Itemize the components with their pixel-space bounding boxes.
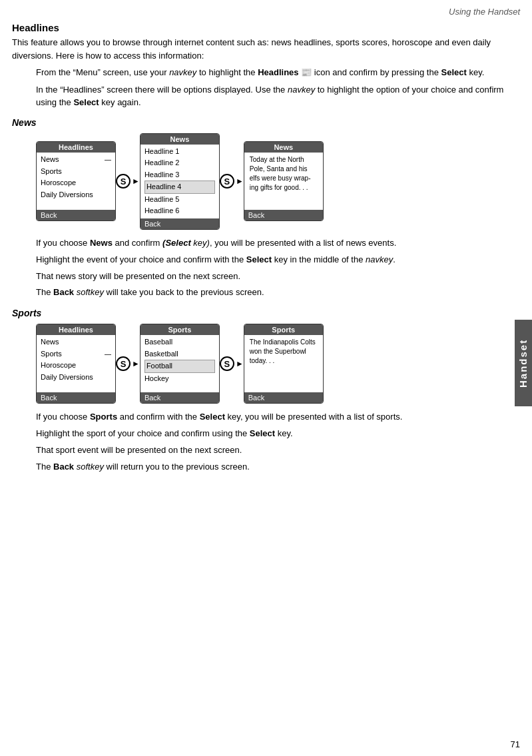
sports-phone3-body: The Indianapolis Colts won the Superbowl… xyxy=(244,335,323,392)
news-para4: The Back softkey will take you back to t… xyxy=(36,286,520,300)
news-phone1-item-sports: Sports xyxy=(41,166,111,178)
news-phone2-h6: Headline 6 xyxy=(144,205,215,217)
news-phone3-footer: Back xyxy=(244,210,323,220)
news-phone2-footer: Back xyxy=(140,218,219,229)
sports-para2: Highlight the sport of your choice and c… xyxy=(36,427,520,441)
news-phone1-header: Headlines xyxy=(37,142,115,153)
sports-phone1-item-news: News xyxy=(41,336,111,348)
headlines-bullet2: In the “Headlines” screen there will be … xyxy=(36,83,520,109)
sports-phone1-item-sports: Sports xyxy=(41,348,111,360)
news-section-label: News xyxy=(12,117,520,128)
sports-phone2-hockey: Hockey xyxy=(144,373,215,385)
sports-phone2-header: Sports xyxy=(140,324,219,335)
sports-phone1-item-horoscope: Horoscope xyxy=(41,360,111,372)
sports-phone2-body: Baseball Basketball Football Hockey xyxy=(140,335,219,392)
news-arrow2: S xyxy=(220,174,244,189)
news-phone1-item-diversions: Daily Diversions xyxy=(41,189,111,201)
news-arrow-line2 xyxy=(236,177,244,186)
news-phone2-body: Headline 1 Headline 2 Headline 3 Headlin… xyxy=(140,145,219,219)
news-body-paragraphs: If you choose News and confirm (Select k… xyxy=(36,236,520,300)
headlines-bullet1: From the “Menu” screen, use your navkey … xyxy=(36,66,520,79)
news-phone1-item-horoscope: Horoscope xyxy=(41,177,111,189)
sports-phone2-baseball: Baseball xyxy=(144,336,215,348)
news-phone2-h2: Headline 2 xyxy=(144,157,215,169)
sports-phone2: Sports Baseball Basketball Football Hock… xyxy=(140,324,220,404)
news-phone2-header: News xyxy=(140,134,219,145)
news-arrow-line1 xyxy=(132,177,140,186)
sports-phone2-football: Football xyxy=(144,360,215,373)
news-select-icon2: S xyxy=(220,174,234,189)
news-para2: Highlight the event of your choice and c… xyxy=(36,253,520,267)
news-phone2-h5: Headline 5 xyxy=(144,194,215,206)
sports-arrow-line1 xyxy=(132,359,140,368)
sports-phone2-basketball: Basketball xyxy=(144,348,215,360)
news-phone1: Headlines News Sports Horoscope Daily Di… xyxy=(36,141,116,221)
sports-phone3-footer: Back xyxy=(244,392,323,403)
news-phone3-header: News xyxy=(244,142,323,153)
sports-story-text: The Indianapolis Colts won the Superbowl… xyxy=(248,336,319,367)
news-phone1-footer: Back xyxy=(37,210,115,220)
sports-diagram-row: Headlines News Sports Horoscope Daily Di… xyxy=(36,324,520,404)
page-number: 71 xyxy=(511,739,520,749)
news-para1: If you choose News and confirm (Select k… xyxy=(36,236,520,250)
sports-phone3-header: Sports xyxy=(244,324,323,335)
news-phone3: News Today at the North Pole, Santa and … xyxy=(244,141,324,221)
sports-section-label: Sports xyxy=(12,308,520,318)
sports-phone3: Sports The Indianapolis Colts won the Su… xyxy=(244,324,324,404)
news-phone2-h3: Headline 3 xyxy=(144,169,215,181)
news-story-text: Today at the North Pole, Santa and his e… xyxy=(248,154,319,194)
page-header: Using the Handset xyxy=(12,7,520,17)
news-para3: That news story will be presented on the… xyxy=(36,270,520,284)
sports-para4: The Back softkey will return you to the … xyxy=(36,460,520,474)
sports-arrow1: S xyxy=(116,356,140,371)
news-phone2-h1: Headline 1 xyxy=(144,146,215,158)
sports-phone1: Headlines News Sports Horoscope Daily Di… xyxy=(36,324,116,404)
sports-para3: That sport event will be presented on th… xyxy=(36,444,520,458)
sports-phone1-body: News Sports Horoscope Daily Diversions xyxy=(37,335,115,392)
sports-arrow2: S xyxy=(220,356,244,371)
news-phone1-body: News Sports Horoscope Daily Diversions xyxy=(37,153,115,210)
news-phone3-body: Today at the North Pole, Santa and his e… xyxy=(244,153,323,210)
sports-select-icon1: S xyxy=(116,356,131,371)
news-arrow1: S xyxy=(116,174,140,189)
news-select-icon1: S xyxy=(116,174,131,189)
sports-para1: If you choose Sports and confirm with th… xyxy=(36,410,520,424)
news-phone2-h4: Headline 4 xyxy=(144,181,215,194)
sports-phone1-footer: Back xyxy=(37,392,115,403)
news-phone2: News Headline 1 Headline 2 Headline 3 He… xyxy=(140,133,220,230)
sports-phone2-footer: Back xyxy=(140,392,219,403)
headlines-intro: This feature allows you to browse throug… xyxy=(12,36,520,62)
sports-arrow-line2 xyxy=(236,359,244,368)
news-diagram-row: Headlines News Sports Horoscope Daily Di… xyxy=(36,133,520,230)
headlines-bullet1-block: From the “Menu” screen, use your navkey … xyxy=(36,66,520,109)
news-phone1-item-news: News xyxy=(41,154,111,166)
sports-phone1-item-diversions: Daily Diversions xyxy=(41,372,111,384)
sports-select-icon2: S xyxy=(220,356,234,371)
sports-phone1-header: Headlines xyxy=(37,324,115,335)
headlines-title: Headlines xyxy=(12,22,520,33)
sports-body-paragraphs: If you choose Sports and confirm with th… xyxy=(36,410,520,474)
side-tab: Handset xyxy=(515,320,532,406)
